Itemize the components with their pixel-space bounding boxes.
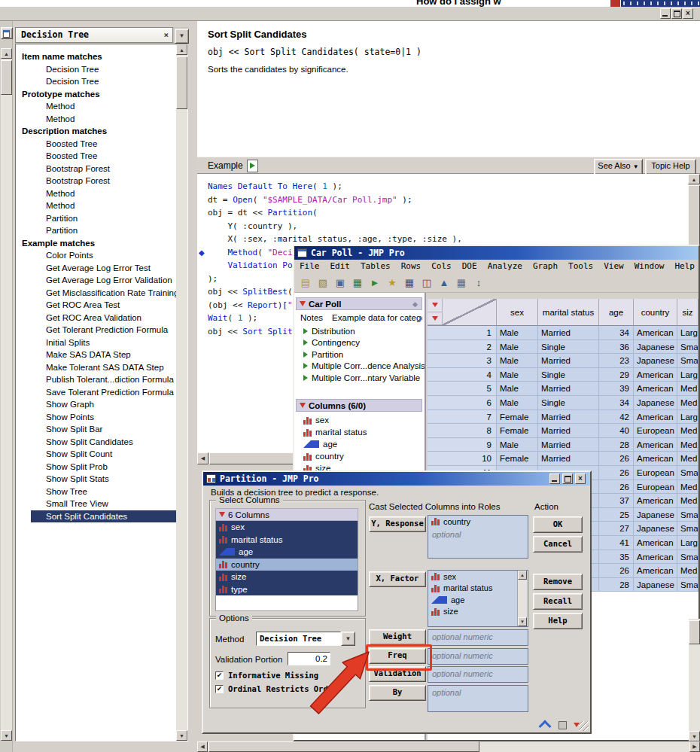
by-role-box[interactable]: optional: [428, 685, 528, 712]
scrollbar-track[interactable]: [176, 55, 187, 730]
table-cell[interactable]: Single: [538, 340, 599, 355]
table-cell[interactable]: Med: [677, 564, 698, 578]
columns-panel-header[interactable]: Columns (6/0): [296, 399, 422, 412]
menu-help[interactable]: Help: [669, 260, 700, 273]
column-header[interactable]: sex: [497, 299, 538, 326]
dock-pane-button[interactable]: [1, 27, 13, 39]
menu-analyze[interactable]: Analyze: [482, 260, 528, 273]
help-result-item[interactable]: Boosted Tree: [16, 150, 176, 163]
scroll-right-icon[interactable]: ▶: [689, 741, 700, 752]
table-cell[interactable]: Japanese: [634, 508, 677, 522]
table-cell[interactable]: American: [634, 368, 677, 382]
table-cell[interactable]: 23: [599, 354, 634, 368]
table-row[interactable]: 2MaleSingle36JapaneseSmal: [428, 340, 698, 355]
help-result-item[interactable]: Show Split Count: [16, 448, 176, 461]
scroll-down-icon[interactable]: ▼: [689, 731, 700, 741]
table-cell[interactable]: American: [634, 438, 677, 452]
help-result-item[interactable]: Small Tree View: [16, 498, 176, 510]
cancel-button[interactable]: Cancel: [533, 536, 583, 553]
table-cell[interactable]: Med: [677, 438, 698, 452]
table-cell[interactable]: 34: [599, 326, 634, 340]
freq-role-box[interactable]: optional numeric: [428, 648, 528, 665]
resize-grip[interactable]: [579, 721, 589, 731]
scrollbar-thumb[interactable]: [688, 185, 700, 251]
tab-dropdown-icon[interactable]: ▼: [175, 29, 189, 44]
help-result-item[interactable]: Show Graph: [16, 398, 176, 411]
table-cell[interactable]: American: [634, 382, 677, 396]
columns-menu-cell[interactable]: [428, 299, 443, 312]
x-box-scrollbar[interactable]: ▲ ▼: [517, 571, 528, 626]
scroll-up-icon[interactable]: ▲: [176, 44, 187, 55]
table-cell[interactable]: Smal: [677, 550, 698, 565]
table-cell[interactable]: American: [634, 564, 677, 578]
y-role-box[interactable]: country optional: [428, 515, 528, 559]
table-row[interactable]: 10FemaleMarried26AmericanMed: [428, 452, 698, 466]
menu-file[interactable]: File: [294, 260, 325, 273]
menu-edit[interactable]: Edit: [325, 260, 356, 273]
close-button[interactable]: ×: [683, 8, 693, 19]
scroll-up-icon[interactable]: ▲: [1, 48, 12, 59]
table-cell[interactable]: Japanese: [634, 354, 677, 368]
table-cell[interactable]: 26: [599, 564, 634, 578]
sort-icon[interactable]: ↕: [471, 276, 486, 290]
column-item[interactable]: sex: [294, 414, 425, 426]
scrollbar-thumb[interactable]: [689, 620, 700, 644]
row-number[interactable]: 2: [428, 340, 497, 355]
table-cell[interactable]: American: [634, 494, 677, 508]
table-cell[interactable]: Smal: [677, 578, 698, 592]
see-also-button[interactable]: See Also ▼: [594, 159, 643, 175]
menu-tools[interactable]: Tools: [563, 260, 598, 273]
table-cell[interactable]: 39: [599, 382, 634, 396]
table-cell[interactable]: 36: [599, 340, 634, 355]
help-list-scrollbar[interactable]: ▲ ▼: [176, 44, 187, 741]
table-cell[interactable]: European: [634, 480, 677, 495]
row-number[interactable]: 6: [428, 396, 497, 410]
table-row[interactable]: 8FemaleMarried40EuropeanMed: [428, 424, 698, 438]
table-cell[interactable]: 26: [599, 466, 634, 480]
table-cell[interactable]: Larg: [677, 326, 698, 340]
help-result-item[interactable]: Boosted Tree: [16, 138, 176, 151]
table-row[interactable]: 1MaleMarried34AmericanLarg: [428, 326, 698, 340]
table-cell[interactable]: Male: [497, 326, 538, 340]
help-result-item[interactable]: Method: [16, 100, 176, 113]
table-cell[interactable]: 34: [599, 396, 634, 410]
help-result-item[interactable]: Initial Splits: [16, 336, 176, 349]
caret-up-icon[interactable]: [539, 720, 552, 733]
main-horizontal-scrollbar[interactable]: ◀ ▶: [197, 741, 700, 752]
save-icon[interactable]: ▣: [333, 276, 348, 290]
table-cell[interactable]: Married: [538, 326, 599, 340]
checkbox[interactable]: ✔: [215, 671, 224, 680]
red-triangle-icon[interactable]: [219, 512, 225, 517]
recall-button[interactable]: Recall: [533, 593, 583, 610]
minimize-button[interactable]: [660, 8, 671, 19]
table-cell[interactable]: European: [634, 424, 677, 438]
table-cell[interactable]: American: [634, 536, 677, 550]
row-number[interactable]: 9: [428, 438, 497, 452]
table-cell[interactable]: 29: [599, 368, 634, 382]
rows-menu-cell[interactable]: [428, 312, 443, 326]
table-script-item[interactable]: Partition: [294, 349, 425, 361]
help-result-item[interactable]: Sort Split Candidates: [31, 510, 176, 523]
table-cell[interactable]: 26: [599, 480, 634, 495]
help-result-item[interactable]: Partition: [16, 212, 176, 225]
table-cell[interactable]: Married: [538, 382, 599, 396]
open-icon[interactable]: ▧: [315, 276, 330, 290]
table-row[interactable]: 7FemaleMarried42AmericanLarg: [428, 410, 698, 425]
help-result-item[interactable]: Show Tree: [16, 486, 176, 498]
table-cell[interactable]: American: [634, 410, 677, 425]
table-cell[interactable]: Med: [677, 480, 698, 495]
table-cell[interactable]: Smal: [677, 466, 698, 480]
move-up-icon[interactable]: ▲: [437, 276, 452, 290]
table-row[interactable]: 5MaleMarried39AmericanMed: [428, 382, 698, 396]
table-cell[interactable]: Male: [497, 368, 538, 382]
help-result-item[interactable]: Bootstrap Forest: [16, 163, 176, 175]
column-header[interactable]: siz: [677, 299, 698, 326]
table-cell[interactable]: Male: [497, 340, 538, 355]
table-cell[interactable]: Med: [677, 452, 698, 466]
tab-close-icon[interactable]: ×: [163, 30, 169, 40]
table-script-item[interactable]: Multiple Corr...ntary Variable: [294, 372, 425, 384]
validation-role-box[interactable]: optional numeric: [428, 666, 528, 683]
scrollbar-thumb[interactable]: [1, 60, 12, 95]
scroll-left-icon[interactable]: ◀: [197, 741, 208, 752]
tab-decision-tree[interactable]: Decision Tree ×: [15, 27, 173, 43]
